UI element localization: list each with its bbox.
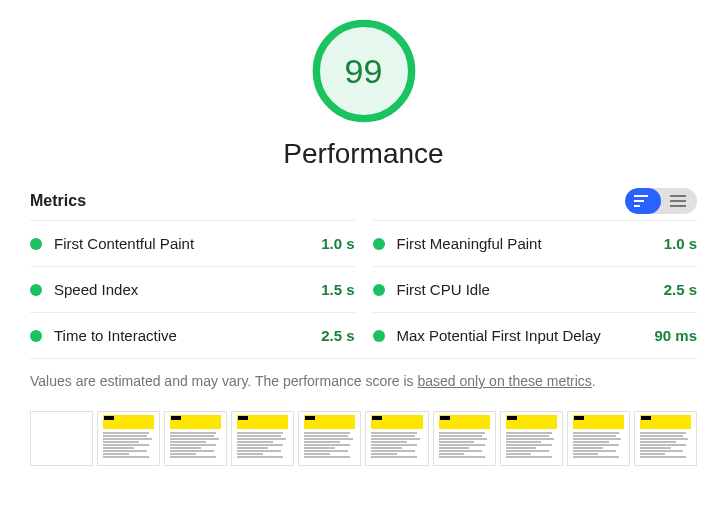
- status-dot-icon: [30, 284, 42, 296]
- metric-row: First Meaningful Paint 1.0 s: [373, 220, 698, 266]
- metric-name: Speed Index: [54, 281, 138, 298]
- svg-rect-3: [634, 200, 644, 202]
- metric-name: Time to Interactive: [54, 327, 177, 344]
- metrics-grid: First Contentful Paint 1.0 s First Meani…: [30, 220, 697, 358]
- svg-rect-4: [634, 205, 640, 207]
- toggle-detailed-icon[interactable]: [625, 188, 661, 214]
- filmstrip-thumb: [298, 411, 361, 466]
- metrics-heading: Metrics: [30, 192, 86, 210]
- score-gauge-section: 99 Performance: [30, 16, 697, 170]
- view-toggle: [625, 188, 697, 214]
- metric-name: First Contentful Paint: [54, 235, 194, 252]
- svg-rect-6: [670, 200, 686, 202]
- disclaimer-suffix: .: [592, 373, 596, 389]
- metric-row: Time to Interactive 2.5 s: [30, 312, 355, 358]
- status-dot-icon: [373, 284, 385, 296]
- metric-row: Max Potential First Input Delay 90 ms: [373, 312, 698, 358]
- filmstrip-thumb: [634, 411, 697, 466]
- filmstrip-thumb: [231, 411, 294, 466]
- metric-name: First CPU Idle: [397, 281, 490, 298]
- filmstrip-thumb: [433, 411, 496, 466]
- metric-value: 1.0 s: [321, 235, 354, 252]
- filmstrip: [30, 411, 697, 466]
- svg-rect-7: [670, 205, 686, 207]
- metric-value: 2.5 s: [321, 327, 354, 344]
- disclaimer-prefix: Values are estimated and may vary. The p…: [30, 373, 418, 389]
- metric-name: Max Potential First Input Delay: [397, 327, 601, 344]
- filmstrip-thumb: [365, 411, 428, 466]
- filmstrip-thumb: [97, 411, 160, 466]
- status-dot-icon: [373, 238, 385, 250]
- metric-row: First CPU Idle 2.5 s: [373, 266, 698, 312]
- metric-value: 90 ms: [654, 327, 697, 344]
- metric-row: Speed Index 1.5 s: [30, 266, 355, 312]
- status-dot-icon: [373, 330, 385, 342]
- filmstrip-thumb: [500, 411, 563, 466]
- metric-row: First Contentful Paint 1.0 s: [30, 220, 355, 266]
- metric-name: First Meaningful Paint: [397, 235, 542, 252]
- score-gauge: 99: [309, 16, 419, 126]
- filmstrip-thumb: [567, 411, 630, 466]
- score-value: 99: [309, 16, 419, 126]
- svg-rect-2: [634, 195, 648, 197]
- metric-value: 2.5 s: [664, 281, 697, 298]
- toggle-compact-icon[interactable]: [661, 188, 697, 214]
- metric-value: 1.5 s: [321, 281, 354, 298]
- category-title: Performance: [283, 138, 443, 170]
- svg-rect-5: [670, 195, 686, 197]
- disclaimer-link[interactable]: based only on these metrics: [418, 373, 592, 389]
- filmstrip-thumb: [30, 411, 93, 466]
- status-dot-icon: [30, 238, 42, 250]
- filmstrip-thumb: [164, 411, 227, 466]
- disclaimer-text: Values are estimated and may vary. The p…: [30, 358, 697, 389]
- metric-value: 1.0 s: [664, 235, 697, 252]
- status-dot-icon: [30, 330, 42, 342]
